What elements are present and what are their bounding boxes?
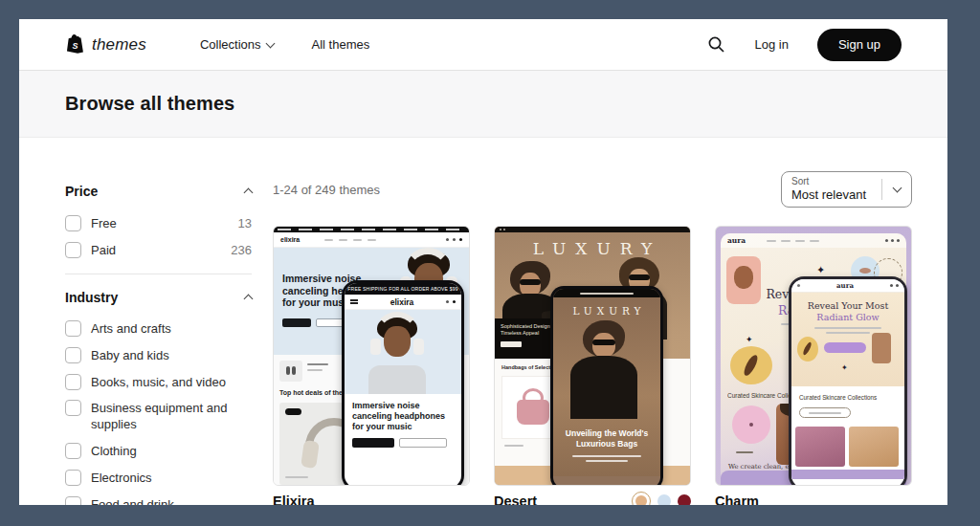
decor bbox=[368, 365, 426, 394]
product-oval bbox=[797, 337, 818, 362]
color-swatch-selected[interactable] bbox=[632, 492, 651, 506]
chevron-down-icon bbox=[892, 184, 902, 193]
filter-label: Arts and crafts bbox=[91, 320, 171, 338]
filter-option-business[interactable]: Business equipment and supplies bbox=[65, 400, 252, 433]
decor bbox=[572, 455, 641, 457]
filter-label: Free bbox=[91, 215, 117, 232]
filter-option-clothing[interactable]: Clothing bbox=[65, 443, 252, 460]
filter-count: 236 bbox=[231, 242, 252, 257]
decor bbox=[307, 369, 323, 371]
login-link[interactable]: Log in bbox=[754, 37, 788, 52]
filter-option-free[interactable]: Free 13 bbox=[65, 215, 252, 232]
collection-image bbox=[795, 427, 845, 467]
phone-cta-button bbox=[824, 342, 866, 353]
decor bbox=[285, 476, 308, 478]
filter-option-paid[interactable]: Paid 236 bbox=[65, 242, 252, 259]
theme-preview-desert[interactable]: LUXURY bbox=[494, 226, 691, 486]
filter-sidebar: Price Free 13 Paid 236 Industry bbox=[65, 171, 252, 505]
nav-all-themes[interactable]: All themes bbox=[312, 37, 370, 52]
filter-label: Food and drink bbox=[91, 496, 174, 505]
phone-mockup: LUXURY Unveiling the World's Luxurious B… bbox=[550, 286, 663, 486]
decor bbox=[826, 332, 870, 334]
checkbox[interactable] bbox=[65, 215, 81, 231]
decor bbox=[809, 412, 841, 414]
theme-card-elixira[interactable]: elixira Immersive noise canceling headph… bbox=[273, 226, 470, 505]
badge-circle bbox=[732, 405, 770, 444]
industry-filter-title: Industry bbox=[65, 290, 118, 305]
phone-hero-text: Unveiling the World's Luxurious Bags bbox=[561, 428, 653, 449]
hero-line1: Reveal Your Most bbox=[791, 300, 904, 311]
store-logo: aura bbox=[800, 281, 890, 290]
sparkle-icon: ✦ bbox=[841, 363, 848, 372]
theme-preview-elixira[interactable]: elixira Immersive noise canceling headph… bbox=[273, 226, 470, 486]
theme-card-charm[interactable]: aura bbox=[715, 226, 912, 505]
sunglasses-icon bbox=[629, 274, 650, 280]
theme-card-desert[interactable]: LUXURY bbox=[494, 226, 691, 505]
phone-hero-text: Immersive noise canceling headphones for… bbox=[345, 394, 461, 432]
decor bbox=[749, 423, 753, 427]
header-nav: Collections All themes bbox=[200, 37, 369, 52]
checkbox[interactable] bbox=[65, 320, 81, 337]
filter-option-books[interactable]: Books, music, and video bbox=[65, 374, 252, 391]
divider bbox=[65, 274, 252, 274]
search-icon[interactable] bbox=[707, 35, 725, 54]
decor bbox=[586, 460, 628, 462]
footer-text: We create clean, effe bbox=[728, 463, 797, 471]
industry-filter-header[interactable]: Industry bbox=[65, 290, 252, 305]
search-icon bbox=[890, 284, 893, 287]
filter-option-baby[interactable]: Baby and kids bbox=[65, 347, 252, 364]
decor bbox=[592, 333, 615, 358]
title-band: Browse all themes bbox=[19, 71, 947, 138]
section-title: Curated Skincare Collections bbox=[799, 394, 877, 401]
decor bbox=[504, 445, 523, 447]
hero-cta-primary bbox=[282, 318, 311, 327]
price-filter-header[interactable]: Price bbox=[65, 184, 252, 199]
checkbox[interactable] bbox=[65, 400, 81, 416]
theme-preview-charm[interactable]: aura bbox=[715, 226, 912, 486]
theme-name[interactable]: Elixira bbox=[273, 493, 315, 506]
color-swatches bbox=[632, 492, 691, 506]
phone-nav: elixira bbox=[345, 295, 461, 310]
checkbox[interactable] bbox=[65, 347, 81, 363]
theme-name[interactable]: Desert bbox=[494, 493, 537, 506]
decor bbox=[370, 339, 381, 355]
theme-name[interactable]: Charm bbox=[715, 493, 759, 506]
model-photo-tile bbox=[726, 256, 761, 304]
signup-button[interactable]: Sign up bbox=[817, 29, 902, 61]
sort-expand-button[interactable] bbox=[882, 187, 911, 191]
filter-label: Paid bbox=[91, 242, 116, 259]
checkbox[interactable] bbox=[65, 242, 81, 258]
decor bbox=[781, 240, 791, 242]
color-swatch[interactable] bbox=[678, 494, 691, 506]
color-swatch[interactable] bbox=[657, 494, 671, 506]
filter-option-food[interactable]: Food and drink bbox=[65, 496, 252, 505]
decor bbox=[897, 239, 900, 242]
decor bbox=[580, 293, 634, 295]
decor bbox=[767, 240, 776, 242]
store-logo: LUXURY bbox=[495, 239, 690, 258]
sunglasses-icon bbox=[520, 279, 541, 285]
filter-option-electronics[interactable]: Electronics bbox=[65, 470, 252, 487]
desktop-nav: elixira bbox=[274, 232, 469, 248]
brand-logo[interactable]: S themes bbox=[65, 33, 146, 56]
filter-option-arts[interactable]: Arts and crafts bbox=[65, 320, 252, 338]
model-photo-tile bbox=[872, 333, 891, 363]
decor bbox=[353, 239, 362, 241]
checkbox[interactable] bbox=[65, 443, 81, 459]
decor bbox=[503, 229, 505, 230]
nav-collections[interactable]: Collections bbox=[200, 37, 274, 52]
nav-all-themes-label: All themes bbox=[312, 37, 370, 52]
sort-dropdown[interactable]: Sort Most relevant bbox=[781, 171, 912, 208]
brand-wordmark: themes bbox=[92, 35, 146, 55]
phone-nav: aura bbox=[791, 279, 904, 293]
promo-banner: FREE SHIPPING FOR ALL ORDER ABOVE $99 bbox=[345, 283, 461, 295]
sunglasses-icon bbox=[592, 340, 615, 345]
decor-strip bbox=[791, 470, 904, 479]
phone-mockup: FREE SHIPPING FOR ALL ORDER ABOVE $99 el… bbox=[342, 280, 464, 486]
promo-banner-text: FREE SHIPPING FOR ALL ORDER ABOVE $99 bbox=[347, 286, 457, 292]
decor bbox=[810, 240, 819, 242]
header-right: Log in Sign up bbox=[707, 29, 902, 61]
checkbox[interactable] bbox=[65, 374, 81, 390]
checkbox[interactable] bbox=[65, 496, 81, 505]
checkbox[interactable] bbox=[65, 470, 81, 486]
